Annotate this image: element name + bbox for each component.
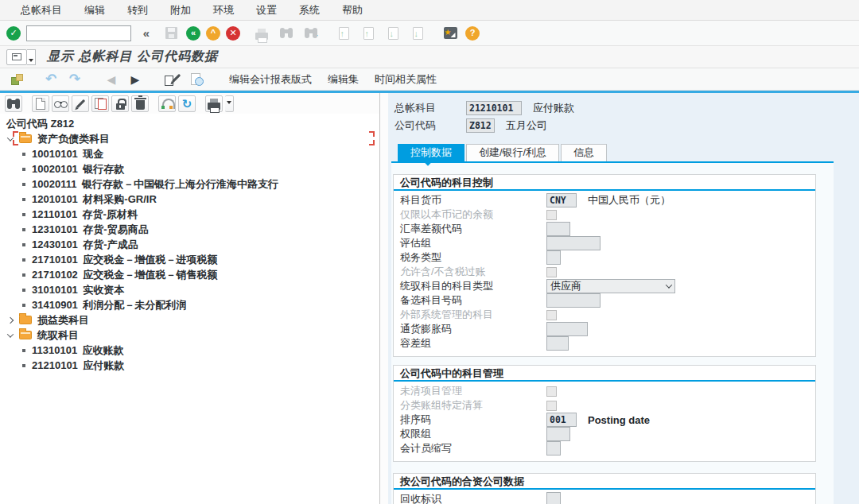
enter-icon[interactable]: ✓ [6, 26, 21, 41]
tree-folder-row[interactable]: 统驭科目 [0, 328, 379, 343]
input-field[interactable]: 001 [546, 413, 577, 427]
input-field[interactable] [546, 322, 588, 336]
menu-item-4[interactable]: 附加 [159, 0, 202, 21]
chevron-down-icon[interactable] [7, 134, 14, 141]
block-icon[interactable] [111, 95, 129, 112]
help-icon[interactable]: ? [465, 26, 480, 41]
chevron-right-icon[interactable] [7, 316, 14, 323]
find-icon[interactable] [5, 95, 22, 112]
menu-item-8[interactable]: 帮助 [331, 0, 374, 21]
refresh-icon[interactable]: ↻ [178, 95, 196, 112]
tree-account-row[interactable]: 12010101 材料采购-GR/IR [0, 192, 379, 207]
object-header: 总帐科目21210101应付账款公司代码Z812五月公司 [388, 93, 859, 134]
group-box-title: 按公司代码的合资公司数据 [394, 474, 815, 490]
tree-account-row[interactable]: 10020111 银行存款－中国银行上海分行淮海中路支行 [0, 176, 379, 192]
services-icon [12, 53, 21, 60]
field-value-box[interactable]: Z812 [466, 118, 495, 133]
tree-account-row[interactable]: 21710101 应交税金－增值税－进项税额 [0, 252, 379, 267]
document-globe-icon[interactable] [186, 70, 205, 89]
command-field-input[interactable] [26, 25, 131, 41]
new-session-icon[interactable] [441, 24, 460, 43]
group-box-title: 公司代码的科目控制 [394, 175, 815, 191]
checkbox [546, 210, 557, 220]
tree-account-label: 31010101 实收资本 [32, 283, 124, 297]
tree-account-row[interactable]: 12110101 存货-原材料 [0, 207, 379, 222]
tree-account-row[interactable]: 11310101 应收账款 [0, 343, 379, 358]
tree-account-row[interactable]: 12430101 存货-产成品 [0, 237, 379, 252]
input-field[interactable]: CNY [546, 193, 577, 207]
tree-account-row[interactable]: 12310101 存货-贸易商品 [0, 222, 379, 237]
menu-item-7[interactable]: 系统 [288, 0, 331, 21]
undo-icon[interactable]: ↶ [41, 70, 60, 89]
caret-down-icon [29, 59, 33, 62]
tree-folder-row[interactable]: 损益类科目 [0, 312, 379, 328]
field-value-box[interactable]: 21210101 [466, 101, 522, 115]
group-box-title: 公司代码中的科目管理 [394, 366, 815, 382]
group-box: 按公司代码的合资公司数据回收标识 [393, 473, 816, 504]
print-icon[interactable] [205, 95, 223, 112]
tab-2[interactable]: 创建/银行/利息 [466, 144, 559, 161]
tree-account-label: 31410901 利润分配－未分配利润 [32, 298, 186, 312]
app-toolbar-button-3[interactable]: 时间相关属性 [367, 70, 445, 89]
leaf-bullet-icon [22, 289, 25, 292]
selection-corner [13, 131, 18, 137]
app-toolbar-button-2[interactable]: 编辑集 [320, 70, 367, 89]
select-field[interactable]: 供应商 [546, 279, 675, 293]
field-label: 分类账组特定清算 [400, 398, 546, 413]
field-label: 仅限以本币记的余额 [400, 207, 546, 222]
menu-item-2[interactable]: 编辑 [73, 0, 116, 21]
gui-services-caret-button[interactable] [27, 49, 36, 65]
find-icon [277, 24, 296, 43]
input-field[interactable] [546, 492, 561, 504]
previous-icon: ◀ [102, 70, 121, 89]
tree-account-label: 21710101 应交税金－增值税－进项税额 [32, 253, 217, 267]
menu-item-1[interactable]: 总帐科目 [10, 0, 73, 21]
tabstrip: 控制数据创建/银行/利息信息 [391, 144, 834, 163]
chevron-down-icon[interactable] [7, 331, 14, 337]
folder-icon [19, 134, 32, 143]
next-icon[interactable]: ▶ [126, 70, 145, 89]
transfer-icon[interactable] [158, 95, 176, 112]
splitter-sash[interactable] [380, 93, 388, 504]
tree-folder-row[interactable]: 资产负债类科目 [0, 131, 379, 146]
create-icon[interactable] [32, 95, 49, 112]
input-field[interactable] [546, 222, 570, 236]
exit-icon[interactable]: ^ [206, 26, 220, 41]
display-change-icon[interactable] [162, 70, 181, 89]
back-icon[interactable]: « [186, 26, 200, 41]
delete-icon[interactable] [131, 95, 149, 112]
tree-account-row[interactable]: 31010101 实收资本 [0, 282, 379, 297]
display-icon[interactable] [52, 95, 69, 112]
collapse-icon[interactable]: « [137, 24, 156, 43]
selection-corner [369, 140, 375, 145]
other-object-icon[interactable] [8, 70, 27, 89]
print-dropdown-caret[interactable] [225, 95, 234, 112]
input-field[interactable] [546, 250, 561, 265]
menu-item-3[interactable]: 转到 [116, 0, 159, 21]
tree-account-row[interactable]: 31410901 利润分配－未分配利润 [0, 297, 379, 312]
tree-account-row[interactable]: 10020101 银行存款 [0, 161, 379, 176]
tree-account-row[interactable]: 21210101 应付账款 [0, 358, 379, 373]
tree-account-row[interactable]: 21710102 应交税金－增值税－销售税额 [0, 267, 379, 282]
input-field[interactable] [546, 336, 569, 351]
change-icon[interactable] [72, 95, 89, 112]
input-field[interactable] [546, 441, 561, 456]
app-toolbar-button-1[interactable]: 编辑会计报表版式 [221, 70, 320, 89]
tab-3[interactable]: 信息 [561, 144, 607, 161]
last-page-icon: ↓ [408, 24, 427, 43]
field-label: 容差组 [400, 336, 546, 351]
input-field[interactable] [546, 427, 570, 441]
tree-account-row[interactable]: 10010101 现金 [0, 146, 379, 161]
redo-icon[interactable]: ↷ [65, 70, 84, 89]
cancel-icon[interactable]: ✕ [226, 26, 240, 41]
tab-1[interactable]: 控制数据 [398, 144, 464, 161]
input-field[interactable] [546, 236, 601, 250]
copy-icon[interactable] [91, 95, 109, 112]
menu-item-5[interactable]: 环境 [202, 0, 245, 21]
leaf-bullet-icon [22, 168, 25, 171]
field-label: 科目货币 [400, 193, 546, 207]
input-field[interactable] [546, 293, 601, 308]
field-label: 通货膨胀码 [400, 322, 546, 336]
menu-item-6[interactable]: 设置 [245, 0, 288, 21]
gui-services-button[interactable] [6, 49, 27, 65]
